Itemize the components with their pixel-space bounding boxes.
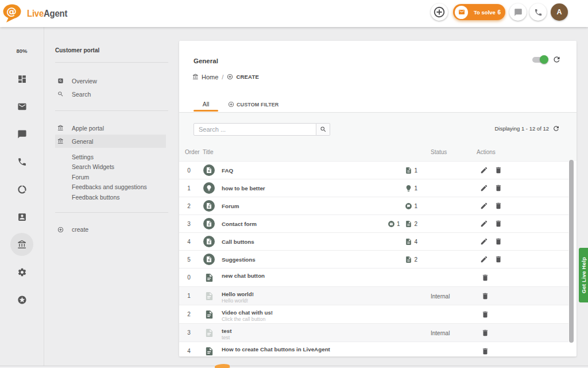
table-row[interactable]: 4 How to create Chat buttons in LiveAgen… — [179, 342, 568, 356]
edit-button[interactable] — [480, 220, 488, 228]
rail-item-mail[interactable] — [0, 93, 44, 120]
row-subtitle: test — [222, 335, 230, 340]
search-input[interactable] — [194, 123, 316, 136]
doc-icon — [405, 256, 412, 263]
sidebar-subitem-feedbacks-and-suggestions[interactable]: Feedbacks and suggestions — [44, 182, 179, 193]
sidebar-subitem-settings[interactable]: Settings — [44, 152, 179, 162]
delete-button[interactable] — [494, 237, 502, 246]
bulb-icon — [206, 185, 212, 191]
tab-all[interactable]: All — [194, 101, 218, 108]
general-panel: General Home / CREATE All CUSTOM FILTER … — [179, 41, 577, 356]
breadcrumb-home[interactable]: Home — [202, 74, 218, 80]
sidebar-item-apple-portal[interactable]: Apple portal — [44, 121, 166, 135]
rail-item-dashboard[interactable] — [0, 65, 44, 93]
row-type-icon — [203, 182, 215, 194]
edit-button[interactable] — [480, 166, 488, 174]
rail-item-phone[interactable] — [0, 148, 44, 175]
table-row[interactable]: 0 new chat button — [179, 268, 568, 286]
rail-item-bank[interactable] — [0, 231, 44, 258]
tab-custom-filter[interactable]: CUSTOM FILTER — [228, 101, 278, 108]
page-title: General — [194, 57, 218, 64]
doc-icon — [405, 238, 412, 246]
table-row[interactable]: 2 Forum 1 — [179, 197, 568, 214]
chat-widget-peek — [215, 363, 230, 368]
row-title[interactable]: how to be better — [222, 179, 265, 197]
doc-icon — [206, 202, 212, 209]
edit-button[interactable] — [480, 184, 488, 192]
add-button[interactable] — [431, 3, 448, 21]
edit-button[interactable] — [480, 255, 488, 263]
row-title[interactable]: Hello world! — [222, 291, 254, 297]
refresh-icon[interactable] — [552, 125, 560, 132]
rail-item-ring[interactable] — [0, 175, 44, 203]
sidebar-subitem-feedback-buttons[interactable]: Feedback buttons — [44, 192, 179, 202]
table-row[interactable]: 5 Suggestions 2 — [179, 250, 568, 268]
sidebar-subitem-forum[interactable]: Forum — [44, 172, 179, 182]
rail-item-contacts[interactable] — [0, 203, 44, 231]
row-type-icon — [203, 254, 215, 265]
row-title[interactable]: new chat button — [222, 273, 265, 279]
pencil-icon — [480, 202, 488, 210]
sidebar-subitem-label: Settings — [72, 154, 94, 160]
delete-button[interactable] — [494, 220, 502, 228]
table-row[interactable]: 3 Contact form 12 — [179, 214, 568, 232]
breadcrumb-create[interactable]: CREATE — [236, 74, 259, 80]
table-row[interactable]: 2 Video chat with us! Click the call but… — [179, 305, 568, 323]
bank-icon — [57, 125, 64, 131]
delete-button[interactable] — [494, 202, 502, 210]
sidebar-item-search[interactable]: Search — [44, 87, 166, 101]
rail-item-chat[interactable] — [0, 120, 44, 148]
calls-button[interactable] — [529, 3, 547, 21]
delete-button[interactable] — [494, 166, 502, 174]
row-order: 1 — [184, 179, 194, 197]
file-icon — [204, 272, 214, 283]
table-row[interactable]: 1 Hello world! Hello world! Internal — [179, 286, 568, 305]
delete-button[interactable] — [481, 329, 489, 337]
count-badge: 1 — [405, 167, 417, 174]
edit-button[interactable] — [480, 237, 488, 246]
row-title[interactable]: test — [222, 328, 231, 334]
delete-button[interactable] — [481, 274, 489, 282]
delete-button[interactable] — [494, 184, 502, 192]
scrollbar-thumb[interactable] — [569, 160, 574, 343]
row-badges: 4 — [405, 233, 417, 250]
delete-button[interactable] — [481, 347, 489, 355]
column-header-actions: Actions — [477, 149, 496, 155]
rail-item-gear[interactable] — [0, 258, 44, 286]
edit-button[interactable] — [480, 202, 488, 210]
trash-icon — [494, 220, 502, 228]
sidebar-item-create[interactable]: create — [44, 223, 166, 236]
chats-button[interactable] — [509, 3, 527, 21]
row-order: 0 — [184, 269, 194, 286]
get-live-help-button[interactable]: Get Live Help — [579, 248, 588, 302]
row-title[interactable]: How to create Chat buttons in LiveAgent — [222, 346, 330, 352]
delete-button[interactable] — [481, 310, 489, 319]
row-order: 2 — [184, 305, 194, 323]
table-row[interactable]: 0 FAQ 1 — [179, 161, 568, 179]
search-button[interactable] — [316, 123, 330, 136]
sidebar-item-overview[interactable]: Overview — [44, 74, 166, 87]
displaying-text: Displaying 1 - 12 of 12 — [494, 125, 549, 132]
row-type-icon — [203, 200, 215, 212]
sidebar-item-general[interactable]: General — [44, 135, 166, 148]
sidebar-subitem-search-widgets[interactable]: Search Widgets — [44, 162, 179, 172]
row-title[interactable]: Forum — [222, 197, 239, 214]
row-title[interactable]: Video chat with us! — [222, 309, 273, 316]
delete-button[interactable] — [494, 255, 502, 263]
row-status: Internal — [431, 293, 450, 300]
row-title[interactable]: Call buttons — [222, 233, 254, 250]
liveagent-logo[interactable]: @ LiveAgent — [2, 3, 72, 23]
row-title[interactable]: FAQ — [222, 162, 233, 179]
row-title[interactable]: Suggestions — [222, 251, 256, 268]
refresh-button[interactable] — [552, 55, 561, 64]
rail-item-star[interactable] — [0, 286, 44, 313]
table-row[interactable]: 3 test test Internal — [179, 323, 568, 342]
table-row[interactable]: 4 Call buttons 4 — [179, 232, 568, 250]
row-title[interactable]: Contact form — [222, 215, 257, 232]
row-status: Internal — [431, 330, 450, 336]
table-row[interactable]: 1 how to be better 1 — [179, 179, 568, 197]
enabled-toggle[interactable] — [532, 57, 548, 63]
avatar[interactable]: A — [551, 3, 568, 21]
to-solve-button[interactable]: To solve 6 — [453, 4, 505, 20]
delete-button[interactable] — [481, 292, 489, 300]
